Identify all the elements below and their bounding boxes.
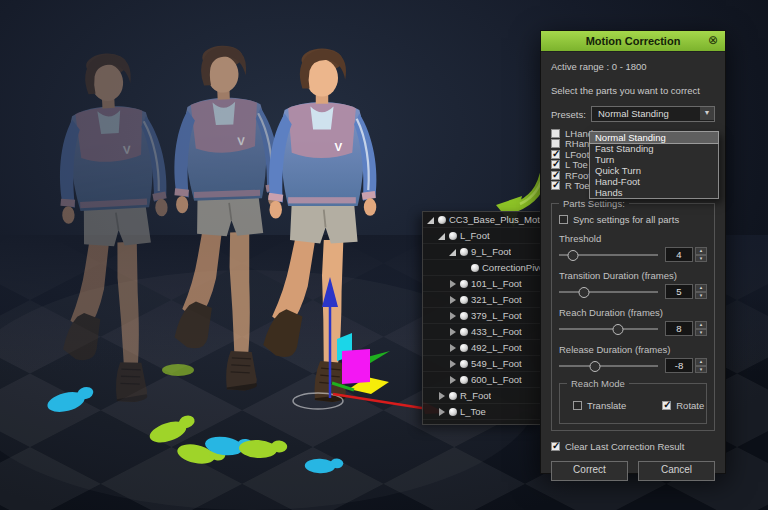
spinner-up-icon[interactable]: ▴	[695, 284, 707, 292]
bone-node-icon	[471, 264, 479, 272]
dialog-titlebar[interactable]: Motion Correction ⊗	[541, 31, 725, 52]
slider-group: Transition Duration (frames) 5 ▴ ▾	[559, 270, 707, 299]
preset-option[interactable]: Fast Standing	[590, 143, 718, 154]
bone-node-icon	[438, 216, 446, 224]
expand-arrow-icon[interactable]	[427, 216, 435, 224]
bone-node-icon	[449, 424, 457, 426]
parts-settings-title: Parts Settings:	[559, 198, 629, 209]
bone-node-icon	[460, 360, 468, 368]
tree-node[interactable]: L_Foot	[423, 228, 541, 244]
cancel-button[interactable]: Cancel	[638, 461, 715, 481]
slider-value-input[interactable]: 5	[665, 284, 693, 299]
expand-arrow-icon[interactable]	[438, 232, 446, 240]
expand-arrow-icon[interactable]	[438, 424, 446, 426]
reach-mode-label: Translate	[587, 400, 626, 411]
tree-node[interactable]: 549_L_Foot	[423, 356, 541, 372]
bone-node-icon	[460, 296, 468, 304]
sync-settings-row[interactable]: Sync settings for all parts	[559, 214, 707, 225]
slider-value-input[interactable]: 8	[665, 321, 693, 336]
correct-button[interactable]: Correct	[551, 461, 628, 481]
slider-thumb[interactable]	[613, 324, 624, 335]
preset-option[interactable]: Hands	[590, 187, 718, 198]
spinner-up-icon[interactable]: ▴	[695, 247, 707, 255]
close-icon[interactable]: ⊗	[705, 31, 721, 51]
preset-option[interactable]: Hand-Foot	[590, 176, 718, 187]
expand-arrow-icon[interactable]	[460, 264, 468, 272]
value-spinner: ▴ ▾	[695, 284, 707, 299]
spinner-down-icon[interactable]: ▾	[695, 329, 707, 337]
part-checkbox[interactable]	[551, 181, 560, 190]
spinner-down-icon[interactable]: ▾	[695, 366, 707, 374]
chevron-down-icon[interactable]: ▼	[700, 107, 714, 120]
tree-node[interactable]: R_Toe	[423, 420, 541, 425]
slider[interactable]	[559, 249, 658, 261]
tree-node[interactable]: 600_L_Foot	[423, 372, 541, 388]
spinner-up-icon[interactable]: ▴	[695, 358, 707, 366]
spinner-down-icon[interactable]: ▾	[695, 292, 707, 300]
sync-settings-checkbox[interactable]	[559, 215, 568, 224]
tree-node[interactable]: 101_L_Foot	[423, 276, 541, 292]
expand-arrow-icon[interactable]	[449, 376, 457, 384]
reach-mode-checkbox[interactable]	[662, 401, 671, 410]
tree-node[interactable]: 492_L_Foot	[423, 340, 541, 356]
expand-arrow-icon[interactable]	[449, 328, 457, 336]
slider[interactable]	[559, 323, 658, 335]
reach-mode-label: Rotate	[676, 400, 704, 411]
tree-node[interactable]: L_Toe	[423, 404, 541, 420]
slider-value-input[interactable]: -8	[665, 358, 693, 373]
tree-node-label: 321_L_Foot	[471, 294, 522, 305]
bone-node-icon	[449, 408, 457, 416]
tree-node[interactable]: 433_L_Foot	[423, 324, 541, 340]
value-spinner: ▴ ▾	[695, 247, 707, 262]
part-checkbox[interactable]	[551, 129, 560, 138]
bone-node-icon	[449, 392, 457, 400]
spinner-up-icon[interactable]: ▴	[695, 321, 707, 329]
tree-node[interactable]: CC3_Base_Plus_Motion ...	[423, 212, 541, 228]
expand-arrow-icon[interactable]	[449, 296, 457, 304]
part-label: R Toe	[565, 180, 590, 191]
expand-arrow-icon[interactable]	[449, 344, 457, 352]
preset-option[interactable]: Normal Standing	[590, 132, 718, 143]
bone-node-icon	[460, 328, 468, 336]
preset-option[interactable]: Quick Turn	[590, 165, 718, 176]
bone-node-icon	[460, 344, 468, 352]
tree-node[interactable]: 9_L_Foot	[423, 244, 541, 260]
bone-node-icon	[460, 248, 468, 256]
slider[interactable]	[559, 286, 658, 298]
gizmo-plane-magenta[interactable]	[342, 349, 370, 384]
tree-node-label: CorrectionPivot	[482, 262, 541, 273]
slider-thumb[interactable]	[589, 361, 600, 372]
reach-mode-option[interactable]: Translate	[573, 401, 626, 412]
slider-track[interactable]	[559, 291, 658, 293]
clear-result-checkbox[interactable]	[551, 442, 560, 451]
presets-dropdown[interactable]: Normal Standing ▼	[591, 106, 715, 122]
reach-mode-option[interactable]: Rotate	[662, 401, 704, 412]
expand-arrow-icon[interactable]	[449, 312, 457, 320]
slider-track[interactable]	[559, 328, 658, 330]
bone-node-icon	[460, 376, 468, 384]
expand-arrow-icon[interactable]	[449, 360, 457, 368]
reach-mode-checkbox[interactable]	[573, 401, 582, 410]
slider-thumb[interactable]	[578, 287, 589, 298]
slider-group: Reach Duration (frames) 8 ▴ ▾	[559, 307, 707, 336]
spinner-down-icon[interactable]: ▾	[695, 255, 707, 263]
tree-node[interactable]: R_Foot	[423, 388, 541, 404]
slider[interactable]	[559, 360, 658, 372]
tree-node[interactable]: 321_L_Foot	[423, 292, 541, 308]
expand-arrow-icon[interactable]	[449, 280, 457, 288]
expand-arrow-icon[interactable]	[449, 248, 457, 256]
tree-node-label: 600_L_Foot	[471, 374, 522, 385]
slider-value-input[interactable]: 4	[665, 247, 693, 262]
bone-node-icon	[460, 280, 468, 288]
slider-thumb[interactable]	[567, 250, 578, 261]
tree-node-label: 379_L_Foot	[471, 310, 522, 321]
preset-option[interactable]: Turn	[590, 154, 718, 165]
slider-track[interactable]	[559, 365, 658, 367]
tree-node[interactable]: 379_L_Foot	[423, 308, 541, 324]
tree-node[interactable]: CorrectionPivot	[423, 260, 541, 276]
clear-result-row[interactable]: Clear Last Correction Result	[551, 441, 715, 452]
expand-arrow-icon[interactable]	[438, 408, 446, 416]
scene-tree-panel: CC3_Base_Plus_Motion ... L_Foot 9_L_Foot…	[422, 211, 541, 425]
tree-node-label: 549_L_Foot	[471, 358, 522, 369]
expand-arrow-icon[interactable]	[438, 392, 446, 400]
